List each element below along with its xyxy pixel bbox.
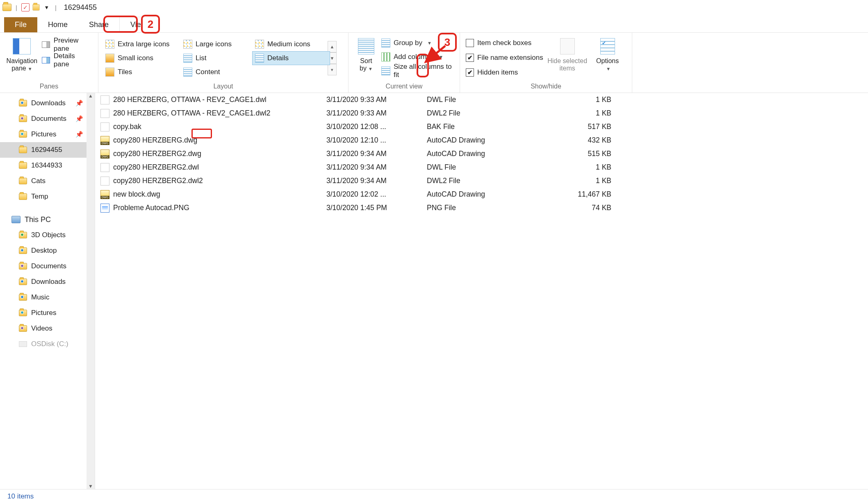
file-list[interactable]: 280 HERZBERG, OTTAWA - REV2_CAGE1.dwl3/1… [95, 93, 868, 489]
size-columns-icon [381, 66, 390, 75]
group-current-view-caption: Current view [353, 81, 456, 92]
navigation-tree[interactable]: Downloads📌 Documents📌 Pictures📌 16294455… [0, 93, 95, 489]
file-row[interactable]: 280 HERZBERG, OTTAWA - REV2_CAGE1.dwl3/1… [95, 93, 868, 106]
layout-list[interactable]: List [180, 51, 252, 65]
file-row[interactable]: copy.bak3/10/2020 12:08 ...BAK File517 K… [95, 120, 868, 134]
options-button[interactable]: ✔ Options▼ [590, 35, 625, 72]
details-icon [255, 54, 264, 63]
scroll-up-icon[interactable]: ▲ [88, 93, 93, 99]
hide-selected-icon [558, 37, 577, 56]
ribbon: Navigation pane▼ Preview pane Details pa… [0, 33, 868, 93]
tiles-icon [105, 68, 114, 77]
navigation-pane-button[interactable]: Navigation pane▼ [4, 35, 40, 72]
file-date: 3/10/2020 1:45 PM [326, 204, 427, 212]
folder-icon [19, 131, 27, 138]
extra-large-icon [105, 40, 114, 49]
nav-documents[interactable]: Documents📌 [0, 111, 95, 127]
file-type: AutoCAD Drawing [427, 136, 521, 145]
file-date: 3/10/2020 12:08 ... [326, 122, 427, 131]
item-check-boxes-toggle[interactable]: Item check boxes [464, 36, 545, 50]
qat-dropdown-icon[interactable]: ▾ [43, 3, 51, 11]
file-date: 3/11/2020 9:34 AM [326, 150, 427, 158]
file-type: BAK File [427, 122, 521, 131]
preview-pane-label: Preview pane [54, 36, 92, 53]
file-date: 3/11/2020 9:34 AM [326, 163, 427, 172]
group-panes-caption: Panes [4, 81, 94, 92]
qat-folder-icon[interactable] [32, 3, 40, 11]
tab-file[interactable]: File [4, 17, 37, 32]
file-row[interactable]: copy280 HERZBERG.dwg3/10/2020 12:10 ...A… [95, 134, 868, 147]
nav-desktop[interactable]: Desktop [0, 243, 95, 258]
nav-pictures[interactable]: Pictures📌 [0, 127, 95, 142]
sort-by-button[interactable]: Sort by▼ [353, 35, 380, 72]
list-icon [183, 54, 192, 63]
file-name-extensions-toggle[interactable]: ✔File name extensions [464, 51, 545, 65]
qat-properties-icon[interactable]: ✓ [21, 3, 30, 11]
separator: | [55, 4, 57, 11]
nav-this-pc[interactable]: This PC [0, 212, 95, 227]
group-by-button[interactable]: Group by▼ [380, 36, 456, 50]
layout-medium[interactable]: Medium icons [252, 37, 330, 51]
folder-icon [19, 310, 27, 316]
file-row[interactable]: copy280 HERZBERG2.dwg3/11/2020 9:34 AMAu… [95, 147, 868, 161]
file-row[interactable]: 280 HERZBERG, OTTAWA - REV2_CAGE1.dwl23/… [95, 106, 868, 120]
file-row[interactable]: new block.dwg3/10/2020 12:02 ...AutoCAD … [95, 188, 868, 201]
tab-view[interactable]: View [119, 17, 157, 32]
file-type-icon [100, 136, 109, 145]
separator: | [16, 4, 17, 11]
navigation-pane-label: Navigation pane [7, 57, 38, 72]
layout-small[interactable]: Small icons [103, 51, 180, 65]
tab-share[interactable]: Share [78, 17, 119, 32]
nav-downloads[interactable]: Downloads📌 [0, 95, 95, 111]
file-type: AutoCAD Drawing [427, 150, 521, 158]
layout-content[interactable]: Content [180, 65, 252, 79]
group-panes: Navigation pane▼ Preview pane Details pa… [0, 33, 98, 93]
add-columns-button[interactable]: Add columns▼ [380, 50, 456, 64]
file-type: PNG File [427, 204, 521, 212]
nav-folder-16294455[interactable]: 16294455 [0, 142, 95, 158]
details-pane-button[interactable]: Details pane [40, 53, 94, 67]
file-row[interactable]: copy280 HERZBERG2.dwl3/11/2020 9:34 AMDW… [95, 161, 868, 174]
group-show-hide-caption: Show/hide [464, 81, 628, 92]
scroll-down-icon[interactable]: ▼ [88, 483, 93, 489]
nav-folder-16344933[interactable]: 16344933 [0, 158, 95, 173]
file-type-icon [100, 150, 109, 159]
large-icon [183, 40, 192, 49]
hide-selected-items-button[interactable]: Hide selected items [545, 35, 590, 72]
size-all-columns-button[interactable]: Size all columns to fit [380, 64, 456, 78]
layout-extra-large[interactable]: Extra large icons [103, 37, 180, 51]
tab-home[interactable]: Home [37, 17, 78, 32]
medium-icon [255, 40, 264, 49]
nav-osdisk[interactable]: OSDisk (C:) [0, 336, 95, 352]
nav-downloads-2[interactable]: Downloads [0, 274, 95, 290]
explorer-window: { "title": "16294455", "tabs": { "file":… [0, 0, 868, 503]
nav-folder-temp[interactable]: Temp [0, 189, 95, 204]
file-row[interactable]: Probleme Autocad.PNG3/10/2020 1:45 PMPNG… [95, 201, 868, 215]
group-by-icon [381, 39, 390, 48]
file-name: copy280 HERZBERG2.dwl2 [113, 177, 326, 185]
preview-pane-button[interactable]: Preview pane [40, 38, 94, 52]
file-date: 3/11/2020 9:33 AM [326, 95, 427, 104]
nav-videos[interactable]: Videos [0, 321, 95, 336]
file-size: 1 KB [521, 95, 624, 104]
layout-large[interactable]: Large icons [180, 37, 252, 51]
nav-scrollbar[interactable]: ▲▼ [87, 93, 95, 489]
hidden-items-toggle[interactable]: ✔Hidden items [464, 66, 545, 79]
file-type-icon [100, 109, 109, 118]
file-row[interactable]: copy280 HERZBERG2.dwl23/11/2020 9:34 AMD… [95, 174, 868, 188]
nav-3d-objects[interactable]: 3D Objects [0, 227, 95, 243]
layout-tiles[interactable]: Tiles [103, 65, 180, 79]
file-date: 3/11/2020 9:34 AM [326, 177, 427, 185]
options-label: Options [596, 57, 619, 64]
nav-documents-2[interactable]: Documents [0, 258, 95, 274]
checkbox-empty-icon [466, 39, 474, 47]
file-type-icon [100, 177, 109, 186]
layout-details[interactable]: Details [252, 51, 330, 65]
file-name: copy280 HERZBERG2.dwg [113, 150, 326, 158]
nav-music[interactable]: Music [0, 290, 95, 305]
file-type-icon [100, 190, 109, 199]
nav-folder-cats[interactable]: Cats [0, 173, 95, 189]
folder-icon [19, 100, 27, 106]
file-name: copy280 HERZBERG2.dwl [113, 163, 326, 172]
nav-pictures-2[interactable]: Pictures [0, 305, 95, 321]
